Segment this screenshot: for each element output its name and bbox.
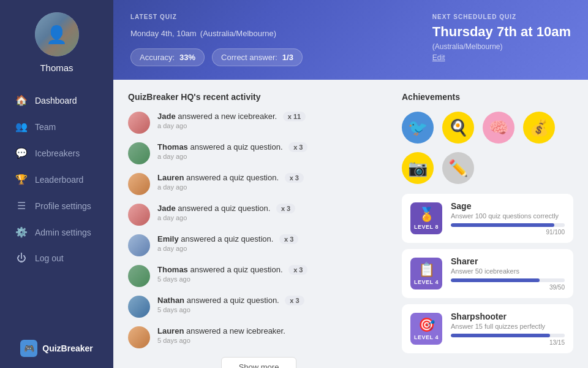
achievement-card-sage: 🏅 LEVEL 8 Sage Answer 100 quiz questions… [402, 194, 573, 243]
sidebar-item-leaderboard[interactable]: 🏆 Leaderboard [6, 167, 107, 192]
activity-body: Lauren answered a quiz question. x 3 a d… [157, 173, 390, 191]
achievement-progress-fill [451, 278, 540, 282]
app-logo: 🎮 QuizBreaker [20, 340, 92, 357]
list-item: Lauren answered a quiz question. x 3 a d… [128, 173, 390, 195]
activity-time: 5 days ago [157, 275, 390, 283]
activity-badge: x 3 [276, 204, 295, 213]
achievement-progress-label: 13/15 [451, 339, 565, 346]
sidebar-item-label: Icebreakers [35, 148, 80, 158]
activity-text: Lauren answered a new icebreaker. [157, 326, 390, 335]
activity-text: Jade answered a quiz question. x 3 [157, 204, 390, 213]
activity-time: a day ago [157, 122, 390, 129]
activity-badge: x 3 [288, 142, 307, 152]
achievement-name: Sharpshooter [451, 312, 565, 321]
achievement-progress-label: 39/50 [451, 284, 565, 291]
logo-label: QuizBreaker [42, 343, 92, 353]
chat-icon: 💬 [15, 147, 28, 159]
achievement-cards: 🏅 LEVEL 8 Sage Answer 100 quiz questions… [402, 194, 573, 353]
accuracy-pill: Accuracy: 33% [130, 48, 205, 66]
show-more-button[interactable]: Show more [221, 357, 297, 368]
level-text: LEVEL 4 [414, 334, 439, 340]
trophy-icon: 🏆 [15, 174, 28, 185]
activity-avatar [128, 142, 150, 164]
sidebar-item-label: Dashboard [35, 96, 77, 105]
correct-label: Correct answer: [221, 53, 277, 62]
activity-list: Jade answered a new icebreaker. x 11 a d… [128, 112, 390, 348]
list-item: Nathan answered a quiz question. x 3 5 d… [128, 296, 390, 318]
achievement-progress-fill [451, 223, 554, 227]
next-quiz-section: NEXT SCHEDULED QUIZ Thursday 7th at 10am… [432, 13, 571, 62]
activity-time: 5 days ago [157, 306, 390, 313]
achievement-info: Sharpshooter Answer 15 full quizzes perf… [451, 312, 565, 346]
activity-body: Nathan answered a quiz question. x 3 5 d… [157, 296, 390, 313]
activity-text: Lauren answered a quiz question. x 3 [157, 173, 390, 182]
activity-text: Jade answered a new icebreaker. x 11 [157, 112, 390, 121]
power-icon: ⏻ [15, 253, 28, 264]
achievement-info: Sharer Answer 50 icebreakers 39/50 [451, 256, 565, 291]
activity-body: Emily answered a quiz question. x 3 a da… [157, 234, 390, 252]
activity-avatar [128, 173, 150, 195]
achievement-level: 🏅 LEVEL 8 [410, 202, 442, 234]
sidebar-item-log-out[interactable]: ⏻ Log out [6, 246, 107, 270]
sidebar-item-dashboard[interactable]: 🏠 Dashboard [6, 88, 107, 113]
sidebar-item-label: Log out [35, 253, 64, 263]
achievement-info: Sage Answer 100 quiz questions correctly… [451, 201, 565, 236]
activity-badge: x 3 [285, 173, 304, 183]
team-icon: 👥 [15, 121, 28, 132]
avatar: 👤 [35, 12, 79, 56]
achievement-progress-bar [451, 334, 565, 337]
sidebar-item-profile-settings[interactable]: ☰ Profile settings [6, 193, 107, 218]
activity-badge: x 11 [283, 112, 306, 121]
achievement-progress-label: 91/100 [451, 229, 565, 236]
activity-badge: x 3 [288, 265, 307, 275]
content-area: QuizBreaker HQ's recent activity Jade an… [113, 80, 588, 368]
sidebar-item-team[interactable]: 👥 Team [6, 114, 107, 139]
activity-title: QuizBreaker HQ's recent activity [128, 92, 390, 102]
correct-value: 1/3 [282, 53, 293, 62]
achievement-icon-money: 💰 [523, 112, 555, 144]
activity-body: Thomas answered a quiz question. x 3 a d… [157, 142, 390, 160]
correct-answer-pill: Correct answer: 1/3 [212, 48, 303, 66]
achievement-description: Answer 100 quiz questions correctly [451, 212, 565, 220]
achievement-progress-fill [451, 334, 550, 337]
sidebar-item-admin-settings[interactable]: ⚙️ Admin settings [6, 220, 107, 245]
activity-body: Jade answered a quiz question. x 3 a day… [157, 204, 390, 221]
achievement-progress-bar [451, 278, 565, 282]
sidebar: 👤 Thomas 🏠 Dashboard 👥 Team 💬 Icebreaker… [0, 0, 113, 368]
sidebar-item-label: Team [35, 122, 56, 132]
latest-quiz-label: LATEST QUIZ [130, 13, 432, 20]
activity-time: a day ago [157, 153, 390, 160]
hero-banner: LATEST QUIZ Monday 4th, 10am (Australia/… [113, 0, 588, 80]
achievement-level: 📋 LEVEL 4 [410, 258, 442, 289]
sidebar-item-icebreakers[interactable]: 💬 Icebreakers [6, 140, 107, 166]
achievement-description: Answer 15 full quizzes perfectly [451, 323, 565, 330]
list-item: Jade answered a new icebreaker. x 11 a d… [128, 112, 390, 134]
activity-badge: x 3 [285, 296, 304, 305]
logo-icon: 🎮 [20, 340, 37, 357]
sidebar-item-label: Profile settings [35, 201, 91, 211]
latest-quiz-date: Monday 4th, 10am (Australia/Melbourne) [130, 24, 432, 40]
activity-avatar [128, 204, 150, 226]
gear-icon: ⚙️ [15, 226, 28, 238]
accuracy-label: Accuracy: [140, 53, 175, 62]
achievement-name: Sage [451, 201, 565, 211]
home-icon: 🏠 [15, 94, 28, 106]
achievement-icon-pencil: ✏️ [442, 152, 474, 184]
activity-time: 5 days ago [157, 337, 390, 344]
activity-text: Thomas answered a quiz question. x 3 [157, 265, 390, 274]
activity-time: a day ago [157, 245, 390, 252]
sidebar-item-label: Admin settings [35, 228, 91, 237]
activity-time: a day ago [157, 214, 390, 221]
activity-avatar [128, 296, 150, 318]
avatar-image: 👤 [35, 12, 79, 56]
list-item: Thomas answered a quiz question. x 3 5 d… [128, 265, 390, 287]
accuracy-value: 33% [179, 53, 195, 62]
achievement-card-sharer: 📋 LEVEL 4 Sharer Answer 50 icebreakers 3… [402, 249, 573, 298]
next-quiz-label: NEXT SCHEDULED QUIZ [432, 13, 571, 20]
level-text: LEVEL 8 [414, 224, 439, 230]
activity-text: Nathan answered a quiz question. x 3 [157, 296, 390, 305]
edit-link[interactable]: Edit [432, 53, 571, 62]
achievement-icon-egg: 🍳 [442, 112, 474, 144]
user-name: Thomas [40, 63, 73, 73]
achievement-name: Sharer [451, 256, 565, 266]
